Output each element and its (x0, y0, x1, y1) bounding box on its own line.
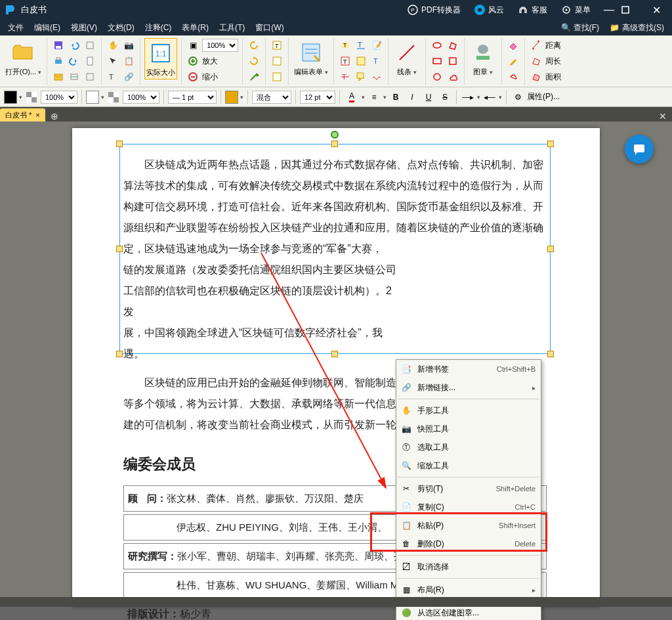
menu-button[interactable]: 菜单 (554, 0, 597, 20)
properties-label[interactable]: 属性(P)... (527, 91, 560, 102)
ctx-zoom-tool[interactable]: 🔍缩放工具 (396, 456, 541, 475)
maximize-button[interactable] (621, 5, 644, 14)
text-align-icon[interactable]: ≡ (367, 90, 381, 104)
text-select-icon[interactable]: T (106, 70, 120, 84)
blend-select[interactable]: 混合 (252, 91, 291, 104)
area-icon[interactable] (529, 70, 543, 84)
handle-e[interactable] (547, 246, 554, 252)
zoom-out-icon[interactable] (186, 70, 200, 84)
ctx-snapshot-tool[interactable]: 📷快照工具 (396, 420, 541, 438)
open-button[interactable]: 打开(O)... ▾ (4, 38, 43, 78)
fill-opacity-select[interactable]: 100% (123, 91, 159, 104)
close-button[interactable]: ✕ (644, 4, 668, 16)
floating-action-button[interactable] (625, 135, 654, 164)
shape-rect-icon[interactable] (430, 54, 444, 68)
toolbar-misc1-icon[interactable] (83, 38, 97, 53)
advanced-find-button[interactable]: 📁高级查找(S) (604, 20, 669, 35)
highlight-arrow-icon[interactable] (247, 70, 261, 84)
handle-sw[interactable] (116, 351, 123, 357)
ctx-hand-tool[interactable]: ✋手形工具 (396, 401, 541, 420)
ctx-copy[interactable]: 📄复制(C)Ctrl+C (396, 498, 541, 516)
tab-close-icon[interactable]: × (35, 111, 39, 119)
stroke-color-swatch[interactable] (4, 91, 17, 104)
text-box2-icon[interactable] (270, 54, 284, 68)
toolbar-save-icon[interactable] (51, 38, 66, 53)
hand-tool-icon[interactable]: ✋ (106, 38, 120, 53)
snapshot-tool-icon[interactable]: 📷 (121, 38, 136, 53)
tab-close-all-icon[interactable]: ✕ (654, 111, 672, 122)
ctx-layout[interactable]: ▦布局(R)▸ (396, 581, 541, 599)
menu-file[interactable]: 文件 (3, 20, 29, 35)
opacity-pattern-icon[interactable] (24, 90, 39, 104)
fill-color-swatch[interactable] (86, 91, 99, 104)
shape-circle-icon[interactable] (430, 70, 444, 84)
horizontal-scrollbar[interactable] (0, 597, 672, 607)
line-weight-select[interactable]: — 1 pt (168, 91, 217, 104)
menu-window[interactable]: 窗口(W) (250, 20, 289, 35)
handle-se[interactable] (547, 351, 554, 357)
callout-icon[interactable] (354, 70, 368, 84)
document-tab[interactable]: 白皮书 * × (0, 108, 45, 122)
ctx-new-bookmark[interactable]: 📑新增书签Ctrl+Shift+B (396, 360, 541, 378)
shape-cloud-icon[interactable] (446, 70, 460, 84)
textbox-tool-icon[interactable]: T (338, 54, 352, 68)
support-button[interactable]: 客服 (511, 0, 554, 20)
clipboard-icon[interactable]: 📋 (121, 54, 136, 68)
toolbar-scan-icon[interactable] (67, 70, 81, 84)
ctx-deselect[interactable]: 〼取消选择 (396, 558, 541, 576)
link-tool-icon[interactable]: 🔗 (121, 70, 136, 84)
select-tool-icon[interactable] (106, 54, 120, 68)
end-cap1-icon[interactable]: —▸ (461, 90, 475, 104)
toolbar-page-icon[interactable] (83, 54, 97, 68)
line-tool-button[interactable]: 线条 ▾ (392, 38, 421, 78)
end-cap2-icon[interactable]: ◂— (482, 90, 497, 104)
handle-ne[interactable] (547, 141, 554, 147)
add-tab-button[interactable]: ⊕ (45, 111, 64, 122)
handle-w[interactable] (116, 246, 123, 252)
zoom-select[interactable]: 100% (202, 39, 238, 52)
dash-swatch[interactable] (225, 91, 238, 104)
text-box1-icon[interactable]: T (270, 38, 284, 53)
note-icon[interactable]: 📝 (369, 38, 384, 53)
toolbar-misc2-icon[interactable] (83, 70, 97, 84)
highlight2-icon[interactable] (354, 54, 368, 68)
distance-icon[interactable] (529, 38, 543, 53)
toolbar-undo-icon[interactable] (67, 38, 81, 53)
minimize-button[interactable]: — (597, 4, 621, 16)
ctx-new-link[interactable]: 🔗新增链接...▸ (396, 378, 541, 397)
font-size-select[interactable]: 12 pt (300, 91, 335, 104)
menu-document[interactable]: 文档(D) (102, 20, 140, 35)
handle-n[interactable] (331, 141, 338, 147)
menu-edit[interactable]: 编辑(E) (29, 20, 66, 35)
bold-icon[interactable]: B (388, 90, 403, 104)
rotate-right-icon[interactable] (247, 54, 261, 68)
strike-text-icon[interactable]: T (338, 70, 352, 84)
stamp-button[interactable]: 图章 ▾ (469, 38, 497, 78)
menu-form[interactable]: 表单(R) (177, 20, 214, 35)
blob-icon[interactable] (506, 70, 520, 84)
menu-tool[interactable]: 工具(T) (214, 20, 250, 35)
pencil-icon[interactable] (506, 54, 520, 68)
opacity-pattern2-icon[interactable] (106, 90, 121, 104)
perimeter-icon[interactable] (529, 54, 543, 68)
ctx-select-tool[interactable]: Ⓣ选取工具 (396, 438, 541, 456)
ctx-cut[interactable]: ✂剪切(T)Shift+Delete (396, 479, 541, 498)
font-color-icon[interactable]: A (344, 90, 360, 104)
stroke-opacity-select[interactable]: 100% (41, 91, 77, 104)
zoom-in-icon[interactable] (186, 54, 200, 68)
text-box3-icon[interactable] (270, 70, 284, 84)
underline-icon[interactable]: U (421, 90, 436, 104)
toolbar-redo-icon[interactable] (67, 54, 81, 68)
ctx-paste[interactable]: 📋粘贴(P)Shift+Insert (396, 516, 541, 535)
shape-square-icon[interactable] (446, 54, 460, 68)
shape-poly-icon[interactable] (446, 38, 460, 53)
squiggly-icon[interactable] (369, 70, 384, 84)
fit-page-icon[interactable]: ▣ (186, 38, 200, 53)
edit-form-button[interactable]: 编辑表单 ▾ (293, 38, 329, 78)
underline-text-icon[interactable]: T (354, 38, 368, 53)
fengyun-button[interactable]: 风云 (467, 0, 511, 20)
actual-size-button[interactable]: 1:1 实际大小 (144, 38, 177, 79)
find-button[interactable]: 🔍查找(F) (556, 20, 604, 35)
toolbar-print-icon[interactable] (51, 54, 66, 68)
italic-icon[interactable]: I (405, 90, 419, 104)
